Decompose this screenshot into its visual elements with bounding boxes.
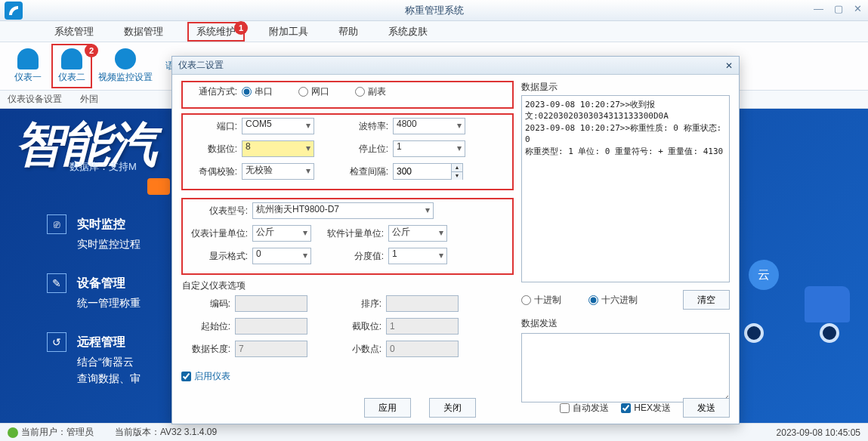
division-label: 分度值: — [325, 250, 384, 263]
db-support-text: 数据库：支持M — [70, 160, 137, 174]
status-user-label: 当前用户： — [21, 427, 66, 437]
soft-unit-label: 软件计量单位: — [325, 227, 384, 240]
menu-dataadmin[interactable]: 数据管理 — [118, 22, 169, 42]
toolbar-meter1-label: 仪表一 — [14, 72, 42, 82]
datalen-label: 数据长度: — [182, 343, 230, 356]
toolbar-meter2-label: 仪表二 — [58, 72, 85, 82]
clear-button[interactable]: 清空 — [683, 290, 730, 310]
status-time: 2023-09-08 10:45:05 — [777, 427, 860, 438]
comm-mode-label: 通信方式: — [189, 85, 237, 98]
model-label: 仪表型号: — [189, 205, 248, 217]
cutbit-label: 截取位: — [333, 320, 381, 333]
parity-select[interactable]: 无校验 — [242, 163, 314, 180]
comm-aux-radio[interactable]: 副表 — [355, 85, 386, 98]
feat1-desc: 实时监控过程 — [77, 238, 141, 250]
sort-input — [386, 295, 459, 312]
spin-up[interactable]: ▲ — [452, 164, 462, 172]
log-output[interactable]: 2023-09-08 10:20:27>>收到报 文:0220302030303… — [521, 95, 730, 282]
code-input — [235, 295, 307, 312]
minimize-button[interactable]: — — [814, 3, 823, 14]
hexsend-checkbox[interactable]: HEX发送 — [621, 402, 671, 415]
truck-illustration — [737, 275, 850, 343]
send-button[interactable]: 发送 — [683, 398, 730, 418]
decimal-input — [386, 341, 459, 357]
subbar-dev[interactable]: 仪表设备设置 — [8, 93, 62, 106]
stopbit-label: 停止位: — [340, 143, 388, 156]
interval-spinner[interactable]: ▲▼ — [393, 163, 463, 180]
gear-icon — [115, 48, 136, 69]
menu-sysadmin[interactable]: 系统管理 — [48, 22, 100, 42]
code-label: 编码: — [182, 298, 230, 310]
meter-unit-label: 仪表计量单位: — [189, 227, 248, 240]
port-select[interactable]: COM5 — [242, 118, 314, 134]
databit-select[interactable]: 8 — [242, 140, 314, 157]
window-titlebar: 称重管理系统 — ▢ ✕ — [0, 0, 868, 21]
status-ver-label: 当前版本： — [115, 427, 160, 437]
annotation-badge-2: 2 — [85, 44, 98, 57]
device-icon: ✎ — [47, 273, 66, 293]
orange-pill — [147, 178, 170, 195]
gauge-icon — [17, 48, 39, 69]
send-label: 数据发送 — [521, 317, 730, 330]
monitor-icon: ⎚ — [47, 214, 66, 234]
status-version: AV32 3.1.4.09 — [160, 427, 217, 437]
serial-settings-group: 端口: COM5 波特率: 4800 数据位: 8 停止位: 1 奇偶校验: 无… — [181, 113, 514, 190]
meter2-settings-dialog: 仪表二设置 ✕ 通信方式: 串口 网口 副表 端口: COM5 波特率: — [171, 56, 740, 424]
comm-net-radio[interactable]: 网口 — [298, 85, 329, 98]
radix-dec-radio[interactable]: 十进制 — [521, 294, 561, 307]
comm-serial-radio[interactable]: 串口 — [242, 85, 273, 98]
subbar-foreign[interactable]: 外国 — [80, 93, 98, 106]
menubar: 系统管理 数据管理 系统维护 附加工具 帮助 系统皮肤 — [0, 21, 868, 42]
menu-skin[interactable]: 系统皮肤 — [382, 22, 434, 42]
statusbar: 当前用户：管理员 当前版本：AV32 3.1.4.09 2023-09-08 1… — [0, 423, 868, 441]
soft-unit-select[interactable]: 公斤 — [388, 225, 447, 242]
close-dialog-button[interactable]: 关闭 — [429, 398, 476, 418]
send-textarea[interactable] — [521, 333, 730, 402]
cutbit-input — [386, 318, 459, 335]
menu-addon[interactable]: 附加工具 — [263, 22, 314, 42]
meter-unit-select[interactable]: 公斤 — [252, 225, 311, 242]
model-settings-group: 仪表型号: 杭州衡天HT9800-D7 仪表计量单位: 公斤 软件计量单位: 公… — [181, 198, 514, 275]
dialog-close-icon[interactable]: ✕ — [725, 60, 733, 71]
sort-label: 排序: — [333, 298, 381, 310]
annotation-badge-1: 1 — [234, 21, 248, 35]
baud-select[interactable]: 4800 — [393, 118, 465, 134]
feat2-desc: 统一管理称重 — [77, 297, 141, 309]
feat2-title: 设备管理 — [77, 273, 141, 293]
feature-list: ⎚实时监控实时监控过程 ✎设备管理统一管理称重 ↺远程管理结合“衡器云查询数据、… — [47, 214, 141, 408]
parity-label: 奇偶校验: — [189, 165, 237, 178]
division-select[interactable]: 1 — [388, 248, 447, 264]
datalen-input — [235, 341, 307, 357]
model-select[interactable]: 杭州衡天HT9800-D7 — [252, 202, 434, 219]
baud-label: 波特率: — [340, 120, 388, 133]
gauge-icon — [61, 48, 82, 69]
window-title: 称重管理系统 — [405, 4, 464, 17]
toolbar-meter1[interactable]: 仪表一 — [8, 45, 48, 87]
close-button[interactable]: ✕ — [854, 3, 862, 14]
feat3-desc2: 查询数据、审 — [77, 372, 141, 384]
status-user: 管理员 — [66, 427, 94, 437]
menu-help[interactable]: 帮助 — [332, 22, 364, 42]
interval-input[interactable] — [393, 163, 452, 180]
radix-hex-radio[interactable]: 十六进制 — [588, 294, 638, 307]
feat1-title: 实时监控 — [77, 214, 141, 234]
dialog-title: 仪表二设置 — [178, 59, 224, 72]
stopbit-select[interactable]: 1 — [393, 140, 465, 157]
app-logo-icon — [5, 2, 23, 20]
apply-button[interactable]: 应用 — [364, 398, 411, 418]
custom-options-group: 自定义仪表选项 编码: 排序: 起始位: 截取位: 数据长度: — [181, 279, 514, 364]
maximize-button[interactable]: ▢ — [834, 3, 843, 14]
dispfmt-select[interactable]: 0 — [252, 248, 311, 264]
feat3-desc1: 结合“衡器云 — [77, 356, 134, 368]
startbit-input — [235, 318, 307, 335]
dispfmt-label: 显示格式: — [189, 250, 248, 263]
databit-label: 数据位: — [189, 143, 237, 156]
autosend-checkbox[interactable]: 自动发送 — [560, 402, 609, 415]
toolbar-video[interactable]: 视频监控设置 — [95, 45, 156, 87]
port-label: 端口: — [189, 120, 237, 133]
enable-meter-checkbox[interactable]: 启用仪表 — [181, 370, 230, 383]
log-label: 数据显示 — [521, 81, 730, 94]
spin-down[interactable]: ▼ — [452, 172, 462, 180]
feat3-title: 远程管理 — [77, 332, 141, 352]
custom-legend: 自定义仪表选项 — [182, 279, 249, 295]
